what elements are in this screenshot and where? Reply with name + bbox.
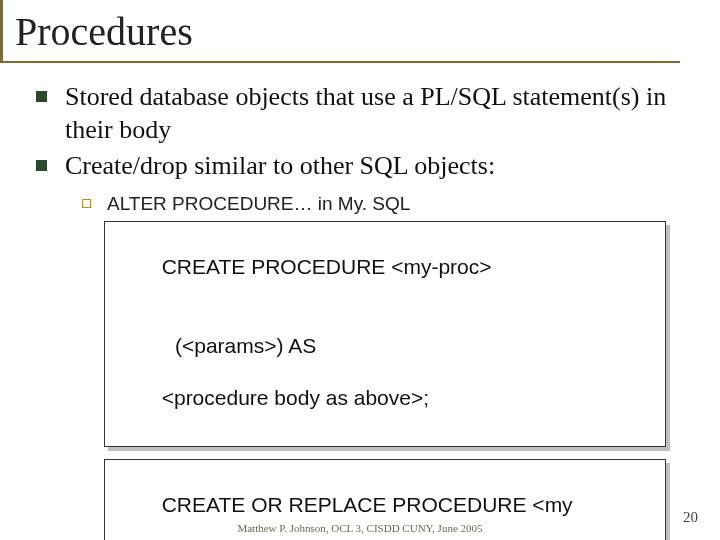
sub-bullet-item: ALTER PROCEDURE… in My. SQL: [82, 193, 680, 215]
content-area: Stored database objects that use a PL/SQ…: [0, 63, 720, 540]
code-column: CREATE PROCEDURE <my-proc> (<params>) AS…: [108, 225, 670, 541]
bullet-text: Stored database objects that use a PL/SQ…: [65, 81, 680, 146]
open-square-bullet-icon: [82, 199, 91, 208]
bullet-item: Create/drop similar to other SQL objects…: [36, 150, 680, 183]
bullet-item: Stored database objects that use a PL/SQ…: [36, 81, 680, 146]
code-line: CREATE PROCEDURE <my-proc>: [162, 255, 492, 278]
page-number: 20: [683, 509, 698, 526]
code-line: CREATE OR REPLACE PROCEDURE <my: [162, 493, 573, 516]
code-line: (<params>) AS: [115, 333, 655, 359]
title-bar: Procedures: [0, 0, 680, 63]
square-bullet-icon: [36, 91, 47, 102]
slide-title: Procedures: [15, 8, 680, 55]
bullet-text: Create/drop similar to other SQL objects…: [65, 150, 495, 183]
sub-bullet-text: ALTER PROCEDURE… in My. SQL: [107, 193, 410, 215]
square-bullet-icon: [36, 160, 47, 171]
code-box: CREATE PROCEDURE <my-proc> (<params>) AS…: [108, 225, 670, 451]
footer-text: Matthew P. Johnson, OCL 3, CISDD CUNY, J…: [0, 522, 720, 534]
code-line: <procedure body as above>;: [162, 386, 429, 409]
